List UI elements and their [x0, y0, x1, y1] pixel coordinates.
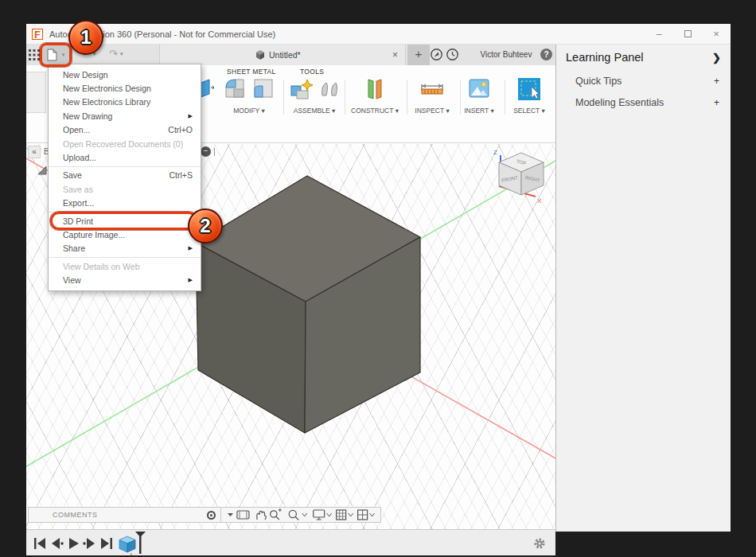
- menu-separator: [49, 257, 201, 258]
- maximize-icon: [684, 30, 692, 37]
- minimize-circle-icon[interactable]: −: [201, 146, 211, 157]
- document-cube-icon: [255, 50, 265, 60]
- maximize-button[interactable]: [673, 24, 702, 44]
- timeline-feature-marker[interactable]: [118, 532, 150, 555]
- measure-icon[interactable]: [419, 76, 446, 102]
- menu-item-view[interactable]: View▶: [49, 273, 201, 286]
- display-caret-icon[interactable]: [327, 513, 332, 516]
- new-component-icon[interactable]: [289, 76, 314, 102]
- select-icon[interactable]: [516, 76, 542, 102]
- ribbon-group-insert: INSERT ▾: [458, 76, 501, 115]
- timeline-options-gear-icon[interactable]: [533, 537, 546, 550]
- construct-group-label[interactable]: CONSTRUCT: [351, 107, 393, 115]
- menu-item-share[interactable]: Share▶: [49, 242, 201, 255]
- modify-group-label[interactable]: MODIFY: [233, 107, 259, 115]
- construct-plane-icon[interactable]: [360, 76, 389, 102]
- redo-button: ↷▾: [109, 48, 123, 60]
- learning-panel-title: Learning Panel: [566, 51, 644, 64]
- menu-separator: [49, 166, 201, 167]
- extensions-icon[interactable]: [431, 49, 442, 60]
- expand-plus-icon[interactable]: +: [714, 97, 719, 108]
- construct-caret-icon: ▾: [396, 107, 399, 115]
- playback-controls: [34, 537, 114, 550]
- document-tab-title: Untitled*: [269, 50, 301, 60]
- help-button[interactable]: ?: [540, 49, 552, 60]
- fillet-icon[interactable]: [223, 76, 247, 100]
- camera-settings-icon[interactable]: [237, 511, 249, 519]
- nav-caret-icon[interactable]: [228, 513, 233, 516]
- viewports-caret-icon[interactable]: [370, 513, 375, 516]
- ribbon-separator: [407, 80, 407, 115]
- menu-item-open[interactable]: Open...Ctrl+O: [49, 123, 201, 137]
- panel-minimize-widget[interactable]: −: [201, 146, 215, 157]
- modify-caret-icon: ▾: [262, 107, 265, 115]
- timeline-playhead[interactable]: [135, 532, 146, 554]
- menu-item-export[interactable]: Export...: [49, 197, 201, 210]
- grid-settings-icon[interactable]: [337, 510, 346, 520]
- ribbon-tab-sheet-metal[interactable]: SHEET METAL: [227, 68, 276, 76]
- document-tab[interactable]: Untitled* ×: [159, 45, 406, 65]
- select-caret-icon: ▾: [542, 107, 545, 115]
- grid-caret-icon[interactable]: [349, 513, 353, 516]
- ribbon-group-assemble: ASSEMBLE ▾: [286, 76, 343, 115]
- step-back-button[interactable]: [52, 538, 64, 549]
- assemble-caret-icon: ▾: [332, 107, 335, 115]
- fit-view-icon[interactable]: [290, 510, 297, 517]
- menu-item-save[interactable]: SaveCtrl+S: [49, 169, 201, 182]
- quick-access-toolbar: ▾ ↶▾ ↷▾ Untitled* × +: [26, 45, 555, 65]
- chevron-right-icon[interactable]: ❯: [712, 52, 721, 64]
- fit-caret-icon[interactable]: [302, 513, 307, 516]
- inspect-caret-icon: ▾: [446, 107, 449, 115]
- assemble-group-label[interactable]: ASSEMBLE: [294, 107, 330, 115]
- file-menu-dropdown: New Design New Electronics Design New El…: [48, 64, 201, 291]
- menu-item-upload[interactable]: Upload...: [49, 150, 201, 164]
- select-group-label[interactable]: SELECT: [513, 107, 540, 115]
- menu-item-new-electronics-library[interactable]: New Electronics Library: [49, 95, 201, 109]
- menu-item-save-as: Save as: [49, 182, 201, 196]
- new-tab-button[interactable]: +: [407, 45, 430, 65]
- ribbon-separator: [505, 80, 505, 115]
- corner-box-icon[interactable]: [251, 76, 275, 100]
- fusion-logo-icon: F: [32, 29, 43, 40]
- ribbon-group-select: SELECT ▾: [507, 76, 551, 115]
- menu-item-new-drawing[interactable]: New Drawing▶: [49, 109, 201, 123]
- insert-group-label[interactable]: INSERT: [464, 107, 489, 115]
- go-to-end-button[interactable]: [101, 538, 112, 549]
- menu-item-capture-image[interactable]: Capture Image...: [49, 228, 201, 241]
- learning-panel-item-quick-tips[interactable]: Quick Tips +: [556, 70, 731, 92]
- step-forward-button[interactable]: [83, 538, 95, 549]
- insert-image-icon[interactable]: [467, 76, 491, 100]
- view-cube[interactable]: TOP FRONT RIGHT Z X: [473, 147, 555, 215]
- close-button[interactable]: ×: [702, 24, 731, 44]
- app-launcher-icon[interactable]: [29, 49, 40, 60]
- play-button[interactable]: [69, 538, 79, 549]
- zoom-icon[interactable]: [271, 511, 277, 517]
- browser-collapse-button[interactable]: «: [28, 146, 41, 158]
- menu-item-new-design[interactable]: New Design: [49, 68, 201, 81]
- comments-bar[interactable]: COMMENTS: [29, 508, 221, 522]
- pan-hand-icon[interactable]: [257, 511, 266, 520]
- ribbon-tab-tools[interactable]: TOOLS: [300, 68, 324, 76]
- ribbon-group-construct: CONSTRUCT ▾: [351, 76, 399, 115]
- inspect-group-label[interactable]: INSPECT: [415, 107, 444, 115]
- close-tab-icon[interactable]: ×: [392, 49, 398, 60]
- annotation-step-2-badge: 2: [188, 208, 223, 243]
- menu-item-new-electronics-design[interactable]: New Electronics Design: [49, 81, 201, 95]
- comment-marker-icon[interactable]: [207, 511, 216, 520]
- job-status-clock-icon[interactable]: [446, 49, 458, 60]
- workspace-selector-partial[interactable]: [26, 72, 46, 113]
- display-settings-icon[interactable]: [314, 510, 325, 517]
- model-cube[interactable]: [196, 176, 420, 433]
- learning-panel-header[interactable]: Learning Panel ❯: [556, 45, 731, 70]
- navigation-toolbar: [224, 507, 380, 523]
- menu-item-3d-print[interactable]: 3D Print: [49, 214, 201, 228]
- menu-item-open-recovered-documents: Open Recovered Documents (0): [49, 137, 201, 150]
- user-account-button[interactable]: Victor Buhteev: [472, 50, 540, 59]
- go-to-start-button[interactable]: [34, 538, 45, 549]
- minimize-button[interactable]: –: [645, 24, 673, 44]
- expand-plus-icon[interactable]: +: [714, 76, 719, 87]
- annotation-step-1-badge: 1: [68, 20, 103, 55]
- joint-icon[interactable]: [319, 76, 340, 100]
- learning-panel-item-modeling-essentials[interactable]: Modeling Essentials +: [556, 92, 731, 113]
- viewcube-z-label: Z: [493, 149, 497, 156]
